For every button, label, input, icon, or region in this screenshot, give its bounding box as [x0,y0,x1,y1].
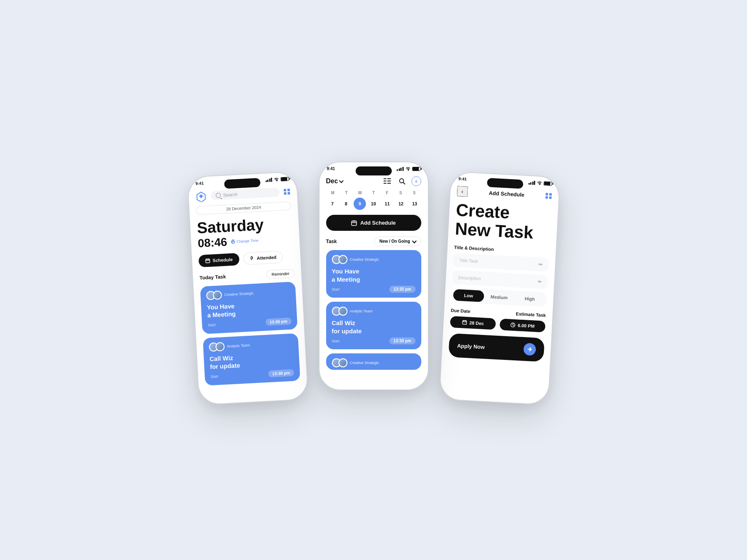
task-title-0: You Havea Meeting [206,299,291,319]
svg-rect-6 [384,178,386,179]
change-time-label: Change Time [236,238,258,244]
create-title: CreateNew Task [455,200,552,243]
search-icon-left [215,193,221,198]
cal-date-9[interactable]: 9 [354,198,366,210]
due-date-value: 28 Dec [469,321,484,326]
estimate-value: 6.00 PM [517,323,535,329]
cal-date-7[interactable]: 7 [326,198,338,210]
wifi-icon-right [537,181,542,185]
task-card-0[interactable]: Creative Strategic You Havea Meeting Sta… [200,282,297,334]
due-date-pill[interactable]: 28 Dec [450,316,496,330]
avatars-1 [208,342,224,352]
list-icon[interactable] [382,176,393,187]
battery-icon-left [280,177,288,181]
cal-date-11[interactable]: 11 [381,198,393,210]
center-avatars-0 [332,255,347,264]
center-phone-content: Dec [320,173,428,376]
add-schedule-label: Add Schedule [360,220,396,226]
task-card-header-0: Creative Strategic [206,287,290,300]
start-label-1: Start [210,374,218,379]
task-footer-1: Start 13:30 pm [210,369,294,380]
center-task-card-header-1: Analytic Team [332,307,416,316]
search-icon-center[interactable] [397,176,407,187]
svg-line-13 [403,182,405,184]
priority-high-btn[interactable]: High [514,292,545,305]
notch-right [487,178,523,189]
center-time-badge-0: 13:30 pm [389,286,415,293]
add-schedule-btn[interactable]: Add Schedule [326,215,421,231]
attended-btn-label: Attended [256,255,276,260]
time-center: 9:41 [327,166,335,171]
edit-icon-title: ✏ [538,262,543,268]
date-badge-left: 28 December 2024 [196,201,291,215]
team-name-1: Analytic Team [227,343,250,348]
center-partial-header: Creative Strategic [332,358,416,367]
grid-icon-left[interactable] [283,189,290,195]
month-selector[interactable]: Dec [326,178,343,185]
avatars-0 [206,290,222,300]
cal-date-12[interactable]: 12 [395,198,407,210]
change-time-btn[interactable]: Change Time [230,238,258,244]
center-task-footer-1: Start 13:30 pm [332,337,416,344]
time-right: 9:41 [458,176,467,181]
calendar-grid: M T W T F S S 7 8 9 10 11 12 13 [326,191,421,210]
center-start-label-0: Start [332,287,340,291]
action-btns-left: Schedule Attended [198,250,294,267]
title-input-field[interactable]: Title Task ✏ [453,253,548,272]
center-team-name-0: Creative Strategic [350,257,379,262]
grid-icon-right[interactable] [545,193,552,199]
center-task-card-1[interactable]: Analytic Team Call Wizfor update Start 1… [326,302,421,349]
cal-date-13[interactable]: 13 [409,198,421,210]
reminder-btn[interactable]: Reminder [266,269,295,279]
filter-label: New / On Going [379,239,410,244]
center-task-title-1: Call Wizfor update [332,319,416,335]
right-phone-content: ‹ Add Schedule CreateNew Task Title & De… [441,183,559,369]
schedule-btn[interactable]: Schedule [198,253,239,267]
center-task-title-0: You Havea Meeting [332,267,416,283]
cal-dates: 7 8 9 10 11 12 13 [326,198,421,210]
center-partial-avatar-1 [338,358,347,367]
task-card-header-1: Analytic Team [208,338,292,352]
title-placeholder: Title Task [459,258,478,264]
time-badge-1: 13:30 pm [268,369,294,377]
calendar-icon-center [351,220,357,226]
signal-bars-center [397,167,404,171]
apply-arrow-icon [523,343,536,356]
center-avatar-1-1 [338,307,347,316]
center-task-footer-0: Start 13:30 pm [332,286,416,293]
avatar-1-1 [215,342,224,351]
attended-btn[interactable]: Attended [243,250,283,265]
today-task-header: Today Task Reminder [199,269,295,282]
plus-circle-icon[interactable]: + [411,176,421,186]
signal-bars-right [528,180,535,185]
back-btn[interactable]: ‹ [457,186,468,197]
status-icons-right [528,180,552,186]
priority-medium-btn[interactable]: Medium [483,291,514,304]
clock-icon-estimate [510,323,515,328]
cal-days-header: M T W T F S S [326,191,421,195]
filter-dropdown[interactable]: New / On Going [374,237,421,246]
battery-icon-center [412,167,420,171]
avatar-0-1 [212,290,222,300]
cal-date-10[interactable]: 10 [367,198,379,210]
center-task-card-0[interactable]: Creative Strategic You Havea Meeting Sta… [326,250,421,298]
svg-line-3 [206,260,210,261]
task-card-1[interactable]: Analytic Team Call Wizfor update Start 1… [203,333,300,386]
desc-input-field[interactable]: Description ✏ [452,270,548,289]
estimate-pill[interactable]: 6.00 PM [499,319,545,333]
svg-rect-8 [384,183,386,184]
edit-icon-desc: ✏ [537,279,542,285]
schedule-btn-label: Schedule [212,257,233,263]
svg-rect-18 [462,321,466,325]
svg-line-24 [513,325,514,326]
task-footer-0: Start 13:30 pm [208,317,292,329]
chevron-down-icon [339,178,343,183]
calendar-icon [205,258,210,263]
search-bar-left[interactable]: Search [210,188,280,200]
priority-low-btn[interactable]: Low [453,289,484,302]
center-partial-team: Creative Strategic [350,361,379,365]
refresh-icon [230,239,235,244]
apply-now-btn[interactable]: Apply Now [448,333,544,362]
priority-row: Low Medium High [451,287,547,307]
cal-date-8[interactable]: 8 [340,198,352,210]
